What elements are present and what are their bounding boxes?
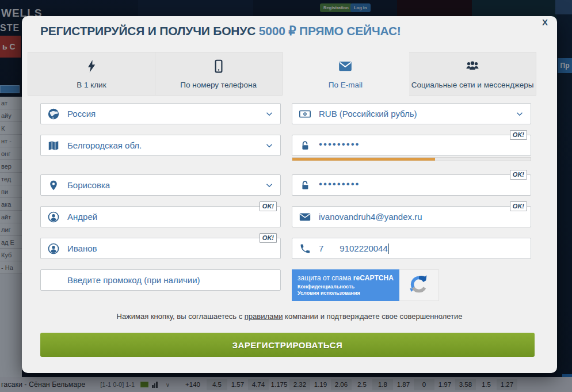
lightning-icon <box>84 59 99 76</box>
svg-text:0: 0 <box>304 112 306 116</box>
recaptcha-brand: reCAPTCHA <box>353 274 394 282</box>
recaptcha-title: защита от спама reCAPTCHA <box>298 274 394 282</box>
phone-number: 9102220044 <box>340 243 387 253</box>
currency-select[interactable]: 0 RUB (Российский рубль) <box>292 103 531 124</box>
phone-code: 7 <box>319 243 323 253</box>
first-name-value: Андрей <box>67 212 97 222</box>
promo-placeholder: Введите промокод (при наличии) <box>67 275 200 285</box>
tab-label: По номеру телефона <box>180 81 257 89</box>
modal-title: РЕГИСТРИРУЙСЯ И ПОЛУЧИ БОНУС 5000 ₽ ПРЯМ… <box>40 24 401 38</box>
first-name-input[interactable]: OK! Андрей <box>40 206 281 227</box>
terms-link[interactable]: Условия использования <box>298 290 360 296</box>
user-icon <box>47 242 60 255</box>
email-icon <box>337 59 353 76</box>
recaptcha-logo-icon <box>408 273 430 298</box>
password-input[interactable]: OK! ••••••••• <box>292 135 531 156</box>
user-icon <box>47 211 60 223</box>
city-select[interactable]: Борисовка <box>40 174 281 196</box>
banknote-icon: 0 <box>298 108 312 120</box>
tab-label: Социальные сети и мессенджеры <box>411 81 534 89</box>
last-name-value: Иванов <box>67 243 97 253</box>
phone-input[interactable]: 7 9102220044 <box>292 238 531 259</box>
recaptcha-logo-box <box>399 269 439 301</box>
password-strength-fill <box>292 158 435 161</box>
region-value: Белгородская обл. <box>67 140 142 150</box>
ok-badge: OK! <box>510 170 527 180</box>
email-value: ivanovandruh4@yandex.ru <box>319 212 422 222</box>
agreement-text: Нажимая кнопку, вы соглашаетесь с правил… <box>22 312 557 321</box>
recaptcha-info: защита от спама reCAPTCHA Конфиденциальн… <box>292 269 399 301</box>
email-input[interactable]: OK! ivanovandruh4@yandex.ru <box>292 206 531 227</box>
chevron-down-icon <box>264 140 274 151</box>
lock-open-icon <box>298 179 312 192</box>
registration-tabs: В 1 клик По номеру телефона По E-mail <box>28 52 536 96</box>
smartphone-icon <box>211 59 226 76</box>
close-icon[interactable]: X <box>542 17 548 27</box>
password-value: ••••••••• <box>319 139 360 150</box>
agreement-before: Нажимая кнопку, вы соглашаетесь с <box>117 312 245 321</box>
title-accent: 5000 ₽ ПРЯМО СЕЙЧАС! <box>259 24 401 37</box>
last-name-input[interactable]: OK! Иванов <box>40 238 281 259</box>
country-select[interactable]: Россия <box>40 103 281 124</box>
title-main: РЕГИСТРИРУЙСЯ И ПОЛУЧИ БОНУС <box>40 24 259 37</box>
recaptcha-widget: защита от спама reCAPTCHA Конфиденциальн… <box>292 269 439 301</box>
promo-code-input[interactable]: Введите промокод (при наличии) <box>40 269 281 291</box>
globe-icon <box>47 108 60 120</box>
tab-label: В 1 клик <box>77 81 106 89</box>
tab-phone[interactable]: По номеру телефона <box>155 52 283 96</box>
register-button[interactable]: ЗАРЕГИСТРИРОВАТЬСЯ <box>40 333 535 357</box>
text-cursor <box>388 243 390 254</box>
phone-icon <box>298 243 312 254</box>
ok-badge: OK! <box>260 233 277 243</box>
chevron-down-icon <box>264 180 274 191</box>
chevron-down-icon <box>264 109 274 119</box>
privacy-link[interactable]: Конфиденциальность <box>298 284 354 290</box>
password-repeat-value: ••••••••• <box>319 178 360 190</box>
lock-open-icon <box>298 139 312 152</box>
map-icon <box>47 139 60 152</box>
people-icon <box>464 59 481 76</box>
page: WELLS STE Registration Log in ь С Пр ат … <box>0 0 572 392</box>
password-repeat-input[interactable]: OK! ••••••••• <box>292 174 531 196</box>
envelope-icon <box>298 211 312 223</box>
tab-email[interactable]: По E-mail <box>283 52 410 96</box>
password-strength-bar <box>292 157 531 161</box>
tab-label: По E-mail <box>329 81 363 89</box>
pin-icon <box>47 179 60 192</box>
agreement-after: компании и подтверждаете свое совершенно… <box>283 312 462 321</box>
chevron-down-icon <box>514 109 525 119</box>
country-value: Россия <box>67 109 96 119</box>
ok-badge: OK! <box>510 130 527 140</box>
registration-modal: X РЕГИСТРИРУЙСЯ И ПОЛУЧИ БОНУС 5000 ₽ ПР… <box>22 16 557 373</box>
tab-one-click[interactable]: В 1 клик <box>28 52 155 96</box>
ok-badge: OK! <box>260 201 277 211</box>
recaptcha-links: КонфиденциальностьУсловия использования <box>298 284 372 296</box>
currency-value: RUB (Российский рубль) <box>319 109 417 119</box>
region-select[interactable]: Белгородская обл. <box>40 135 281 156</box>
city-value: Борисовка <box>67 180 110 190</box>
recaptcha-title-text: защита от спама <box>298 274 353 282</box>
tab-social[interactable]: Социальные сети и мессенджеры <box>409 52 536 96</box>
ok-badge: OK! <box>510 201 527 211</box>
rules-link[interactable]: правилами <box>245 312 283 321</box>
